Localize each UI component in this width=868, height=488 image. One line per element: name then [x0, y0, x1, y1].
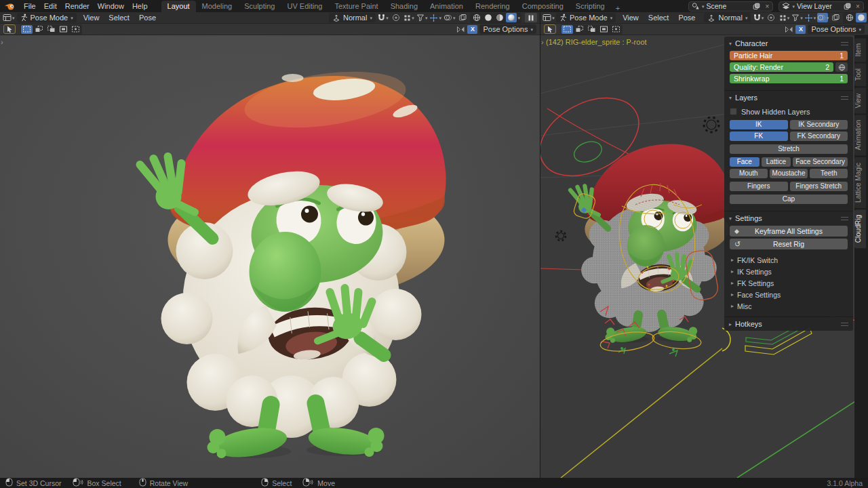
layer-button-lattice[interactable]: Lattice [762, 157, 791, 167]
subpanel-ik-settings[interactable]: ▸IK Settings [730, 266, 848, 277]
layer-button-cap[interactable]: Cap [730, 195, 848, 204]
panel-grip-icon[interactable] [841, 96, 848, 100]
viewport-canvas-left[interactable]: › [0, 35, 540, 478]
select-mode-new-button[interactable] [21, 25, 33, 34]
sidebar-tab-view[interactable]: View [854, 88, 866, 114]
pause-render-button[interactable] [525, 13, 537, 22]
select-mode-invert-button[interactable] [58, 25, 69, 34]
visibility-filter-button[interactable]: ▾ [791, 13, 802, 22]
shading-wireframe-button[interactable] [844, 13, 855, 22]
blender-logo-icon[interactable] [4, 2, 16, 11]
pose-options-dropdown[interactable]: Pose Options▾ [808, 24, 865, 34]
layer-button-fk[interactable]: FK [730, 131, 788, 141]
layer-button-fk-secondary[interactable]: FK Secondary [790, 131, 848, 141]
layer-button-teeth[interactable]: Teeth [810, 169, 848, 178]
shading-solid-button[interactable] [856, 13, 867, 22]
view-layer-name[interactable]: View Layer [797, 2, 840, 10]
proportional-edit-toggle[interactable] [766, 13, 776, 22]
viewport-menu-pose[interactable]: Pose [134, 14, 161, 22]
viewport-menu-select[interactable]: Select [644, 14, 674, 22]
viewport-menu-view[interactable]: View [79, 14, 104, 22]
select-mode-intersect-button[interactable] [70, 25, 81, 34]
scene-selector[interactable]: ▾ Scene × [688, 1, 774, 12]
editor-type-button[interactable]: ▾ [543, 13, 554, 22]
sidebar-tab-lattice-magic[interactable]: Lattice Magic [854, 157, 866, 208]
new-scene-icon[interactable] [751, 2, 761, 11]
viewport-canvas-right[interactable]: › (142) RIG-elder_sprite : P-root [540, 35, 868, 478]
select-mode-extend-button[interactable] [574, 25, 585, 34]
gizmos-toggle[interactable]: ▾ [804, 13, 815, 22]
overlays-toggle[interactable]: ▾ [817, 13, 828, 22]
sidebar-tab-tool[interactable]: Tool [854, 63, 866, 86]
layer-button-fingers-stretch[interactable]: Fingers Stretch [790, 182, 848, 191]
overlays-toggle[interactable]: ▾ [443, 13, 456, 22]
workspace-tab-shading[interactable]: Shading [384, 1, 424, 12]
subpanel-fk-ik-switch[interactable]: ▸FK/IK Switch [730, 254, 848, 266]
proportional-edit-toggle[interactable] [391, 13, 401, 22]
panel-grip-icon[interactable] [841, 42, 848, 45]
workspace-tab-scripting[interactable]: Scripting [570, 1, 611, 12]
menu-file[interactable]: File [20, 2, 40, 10]
subpanel-misc[interactable]: ▸Misc [730, 300, 848, 312]
transform-orientation-selector[interactable]: Normal▾ [704, 13, 751, 22]
rig-slider-shrinkwrap[interactable]: Shrinkwrap1 [730, 74, 848, 83]
shading-material-button[interactable] [494, 13, 505, 22]
mirror-x-toggle[interactable]: X [795, 25, 806, 34]
layer-button-face[interactable]: Face [730, 157, 760, 167]
settings-section-header[interactable]: ▾ Settings [724, 211, 853, 225]
transform-orientation-selector[interactable]: Normal▾ [329, 13, 376, 22]
proportional-falloff-dropdown[interactable]: ▾ [403, 13, 414, 22]
layer-button-moustache[interactable]: Moustache [770, 169, 808, 178]
scene-name[interactable]: Scene [706, 2, 749, 10]
tweak-tool-button[interactable] [3, 24, 16, 34]
subpanel-fk-settings[interactable]: ▸FK Settings [730, 277, 848, 289]
proportional-falloff-dropdown[interactable]: ▾ [778, 13, 789, 22]
rig-slider-particle-hair[interactable]: Particle Hair1 [730, 51, 848, 60]
toolbar-expand-arrow[interactable]: › [1, 38, 3, 46]
workspace-add-button[interactable]: + [611, 4, 625, 12]
hotkeys-section-header[interactable]: ▸ Hotkeys [724, 317, 853, 331]
gizmos-toggle[interactable]: ▾ [429, 13, 441, 22]
mode-selector[interactable]: Pose Mode▾ [556, 13, 616, 22]
snap-toggle[interactable]: ▾ [753, 13, 764, 22]
character-section-header[interactable]: ▾ Character [724, 37, 853, 50]
select-mode-subtract-button[interactable] [45, 25, 57, 34]
panel-grip-icon[interactable] [841, 217, 848, 220]
xray-toggle[interactable] [830, 13, 841, 22]
snap-toggle[interactable]: ▾ [378, 13, 389, 22]
workspace-tab-sculpting[interactable]: Sculpting [238, 1, 281, 12]
menu-window[interactable]: Window [94, 2, 128, 10]
workspace-tab-texture-paint[interactable]: Texture Paint [328, 1, 384, 12]
layer-button-fingers[interactable]: Fingers [730, 182, 788, 191]
select-mode-subtract-button[interactable] [586, 25, 597, 34]
menu-render[interactable]: Render [61, 2, 94, 10]
viewport-menu-select[interactable]: Select [104, 14, 134, 22]
shading-wireframe-button[interactable] [471, 13, 482, 22]
layers-section-header[interactable]: ▾ Layers [724, 91, 853, 104]
layer-button-face-secondary[interactable]: Face Secondary [793, 157, 848, 167]
menu-edit[interactable]: Edit [40, 2, 61, 10]
menu-help[interactable]: Help [128, 2, 152, 10]
view-layer-selector[interactable]: ▾ View Layer × [778, 1, 864, 12]
workspace-tab-rendering[interactable]: Rendering [469, 1, 516, 12]
mirror-x-toggle[interactable]: X [467, 25, 477, 34]
shading-rendered-button[interactable] [506, 13, 517, 22]
subpanel-face-settings[interactable]: ▸Face Settings [730, 289, 848, 300]
rig-slider-quality-render[interactable]: Quality: Render2 [730, 62, 833, 72]
tweak-tool-button[interactable] [544, 24, 556, 34]
layer-button-stretch[interactable]: Stretch [730, 144, 848, 154]
editor-type-button[interactable]: ▾ [3, 13, 15, 22]
pose-mirror-icon[interactable] [456, 26, 465, 33]
workspace-tab-animation[interactable]: Animation [424, 1, 469, 12]
sidebar-tab-item[interactable]: Item [854, 38, 866, 62]
select-mode-invert-button[interactable] [598, 25, 610, 34]
shading-solid-button[interactable] [483, 13, 494, 22]
pose-mirror-icon[interactable] [785, 26, 793, 33]
panel-grip-icon[interactable] [841, 323, 848, 326]
viewport-menu-view[interactable]: View [618, 14, 644, 22]
new-view-layer-icon[interactable] [842, 2, 852, 11]
keyframe-all-settings-button[interactable]: ◆ Keyframe All Settings [730, 226, 848, 237]
layer-button-mouth[interactable]: Mouth [730, 169, 768, 178]
select-mode-extend-button[interactable] [33, 25, 45, 34]
workspace-tab-modeling[interactable]: Modeling [196, 1, 239, 12]
